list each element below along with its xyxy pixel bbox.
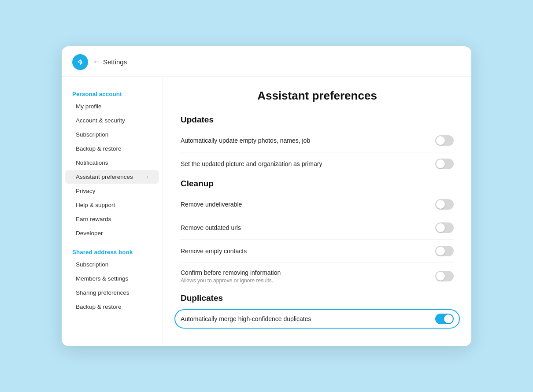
sidebar-shared-items: SubscriptionMembers & settingsSharing pr… bbox=[62, 258, 163, 314]
sidebar-item-sharing-preferences[interactable]: Sharing preferences bbox=[65, 286, 159, 300]
sidebar-item-subscription[interactable]: Subscription bbox=[65, 128, 159, 141]
setting-label-remove-empty-contacts: Remove empty contacts bbox=[181, 248, 247, 255]
page-title: Assistant preferences bbox=[181, 89, 454, 103]
section-title-cleanup: Cleanup bbox=[181, 179, 454, 189]
settings-title: Settings bbox=[103, 58, 127, 66]
sections-container: UpdatesAutomatically update empty photos… bbox=[181, 115, 454, 330]
sidebar-item-label: Earn rewards bbox=[76, 216, 111, 222]
setting-label-remove-outdated-urls: Remove outdated urls bbox=[181, 224, 241, 231]
setting-row-confirm-before-removing: Confirm before removing informationAllow… bbox=[181, 263, 454, 290]
sidebar-item-earn-rewards[interactable]: Earn rewards bbox=[65, 212, 159, 226]
toggle-remove-outdated-urls[interactable] bbox=[435, 222, 454, 233]
sidebar-item-label: Subscription bbox=[76, 261, 108, 268]
sidebar-item-members-settings[interactable]: Members & settings bbox=[65, 272, 159, 285]
sidebar-item-developer[interactable]: Developer bbox=[65, 226, 159, 240]
toggle-auto-update-photos[interactable] bbox=[435, 135, 454, 146]
sidebar-item-label: Developer bbox=[76, 230, 103, 237]
toggle-remove-undeliverable[interactable] bbox=[435, 199, 454, 210]
sidebar-item-label: My profile bbox=[76, 103, 102, 110]
sidebar-item-label: Help & support bbox=[76, 202, 115, 208]
toggle-knob-confirm-before-removing bbox=[436, 272, 445, 281]
sidebar-item-label: Backup & restore bbox=[76, 145, 122, 152]
setting-row-remove-outdated-urls: Remove outdated urls bbox=[181, 216, 454, 240]
toggle-auto-merge-duplicates[interactable] bbox=[435, 314, 454, 324]
toggle-knob-remove-empty-contacts bbox=[436, 247, 445, 255]
personal-account-section-label: Personal account bbox=[62, 88, 163, 99]
setting-label-confirm-before-removing: Confirm before removing information bbox=[181, 269, 281, 276]
back-arrow-icon: ← bbox=[93, 57, 100, 67]
toggle-knob-set-primary bbox=[436, 159, 445, 168]
section-title-duplicates: Duplicates bbox=[181, 293, 454, 303]
setting-row-auto-merge-duplicates: Automatically merge high-confidence dupl… bbox=[181, 307, 454, 330]
setting-label-remove-undeliverable: Remove undeliverable bbox=[181, 201, 242, 208]
sidebar-item-backup-restore[interactable]: Backup & restore bbox=[65, 142, 159, 155]
back-button[interactable]: ← Settings bbox=[93, 57, 127, 67]
toggle-knob-auto-update-photos bbox=[436, 136, 445, 145]
sidebar-item-assistant-preferences[interactable]: Assistant preferences› bbox=[65, 170, 159, 184]
chevron-right-icon: › bbox=[147, 174, 148, 180]
toggle-confirm-before-removing[interactable] bbox=[435, 271, 454, 281]
sidebar-item-label: Account & security bbox=[76, 117, 125, 124]
section-updates: UpdatesAutomatically update empty photos… bbox=[181, 115, 454, 175]
sidebar-item-label: Assistant preferences bbox=[76, 174, 133, 180]
setting-label-auto-merge-duplicates: Automatically merge high-confidence dupl… bbox=[181, 315, 311, 322]
titlebar: ← Settings bbox=[62, 46, 471, 77]
section-cleanup: CleanupRemove undeliverableRemove outdat… bbox=[181, 179, 454, 290]
sidebar-item-label: Notifications bbox=[76, 159, 108, 166]
sidebar-item-help-support[interactable]: Help & support bbox=[65, 198, 159, 212]
sidebar-item-label: Members & settings bbox=[76, 275, 128, 282]
sidebar-item-shared-backup[interactable]: Backup & restore bbox=[65, 300, 159, 314]
sidebar-item-my-profile[interactable]: My profile bbox=[65, 100, 159, 113]
sidebar-item-label: Backup & restore bbox=[76, 303, 122, 310]
setting-row-auto-update-photos: Automatically update empty photos, names… bbox=[181, 129, 454, 152]
toggle-set-primary[interactable] bbox=[435, 159, 454, 169]
toggle-knob-remove-undeliverable bbox=[436, 200, 445, 209]
sidebar-item-shared-subscription[interactable]: Subscription bbox=[65, 258, 159, 271]
setting-row-remove-empty-contacts: Remove empty contacts bbox=[181, 240, 454, 263]
setting-row-remove-undeliverable: Remove undeliverable bbox=[181, 193, 454, 216]
toggle-knob-remove-outdated-urls bbox=[436, 223, 445, 232]
settings-window: ← Settings Personal account My profileAc… bbox=[62, 46, 471, 346]
setting-label-auto-update-photos: Automatically update empty photos, names… bbox=[181, 137, 310, 144]
main-content: Assistant preferences UpdatesAutomatical… bbox=[163, 77, 471, 346]
setting-row-set-primary: Set the updated picture and organization… bbox=[181, 152, 454, 175]
content-area: Personal account My profileAccount & sec… bbox=[62, 77, 471, 346]
sidebar-item-notifications[interactable]: Notifications bbox=[65, 156, 159, 170]
shared-address-book-section-label: Shared address book bbox=[62, 246, 163, 257]
app-icon bbox=[72, 54, 88, 70]
sidebar-item-privacy[interactable]: Privacy bbox=[65, 184, 159, 198]
sidebar-item-label: Subscription bbox=[76, 131, 108, 138]
toggle-knob-auto-merge-duplicates bbox=[444, 314, 453, 323]
svg-point-1 bbox=[79, 61, 81, 63]
section-duplicates: DuplicatesAutomatically merge high-confi… bbox=[181, 293, 454, 330]
toggle-remove-empty-contacts[interactable] bbox=[435, 246, 454, 256]
sidebar-item-label: Privacy bbox=[76, 188, 95, 194]
setting-sublabel-confirm-before-removing: Allows you to approve or ignore results. bbox=[181, 277, 281, 284]
sidebar: Personal account My profileAccount & sec… bbox=[62, 77, 163, 346]
section-title-updates: Updates bbox=[181, 115, 454, 125]
sidebar-item-label: Sharing preferences bbox=[76, 289, 130, 296]
sidebar-item-account-security[interactable]: Account & security bbox=[65, 114, 159, 127]
setting-label-set-primary: Set the updated picture and organization… bbox=[181, 160, 322, 167]
sidebar-personal-items: My profileAccount & securitySubscription… bbox=[62, 100, 163, 240]
